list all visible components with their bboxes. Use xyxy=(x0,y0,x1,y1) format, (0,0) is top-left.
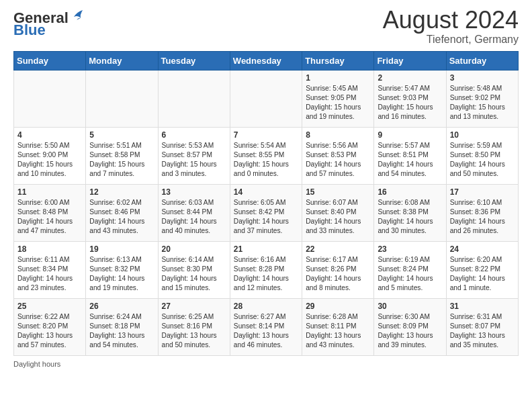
day-number: 15 xyxy=(306,187,370,197)
calendar-cell: 16Sunrise: 6:08 AM Sunset: 8:38 PM Dayli… xyxy=(374,184,446,241)
calendar-cell: 24Sunrise: 6:20 AM Sunset: 8:22 PM Dayli… xyxy=(446,241,518,298)
day-info: Sunrise: 5:45 AM Sunset: 9:05 PM Dayligh… xyxy=(306,84,370,122)
month-year-title: August 2024 xyxy=(383,7,519,34)
day-number: 11 xyxy=(17,187,82,197)
day-number: 19 xyxy=(89,244,154,254)
week-row-1: 1Sunrise: 5:45 AM Sunset: 9:05 PM Daylig… xyxy=(14,70,519,127)
calendar-cell: 1Sunrise: 5:45 AM Sunset: 9:05 PM Daylig… xyxy=(302,70,374,127)
day-number: 1 xyxy=(306,73,370,83)
day-number: 3 xyxy=(450,73,515,83)
day-info: Sunrise: 5:47 AM Sunset: 9:03 PM Dayligh… xyxy=(378,84,442,122)
calendar-cell: 19Sunrise: 6:13 AM Sunset: 8:32 PM Dayli… xyxy=(86,241,158,298)
header-day-tuesday: Tuesday xyxy=(158,51,230,70)
day-number: 16 xyxy=(378,187,442,197)
day-info: Sunrise: 6:11 AM Sunset: 8:34 PM Dayligh… xyxy=(17,255,82,293)
header-day-friday: Friday xyxy=(374,51,446,70)
day-info: Sunrise: 5:56 AM Sunset: 8:53 PM Dayligh… xyxy=(306,141,370,179)
week-row-5: 25Sunrise: 6:22 AM Sunset: 8:20 PM Dayli… xyxy=(14,298,519,355)
day-number: 24 xyxy=(450,244,515,254)
day-info: Sunrise: 5:51 AM Sunset: 8:58 PM Dayligh… xyxy=(89,141,154,179)
week-row-3: 11Sunrise: 6:00 AM Sunset: 8:48 PM Dayli… xyxy=(14,184,519,241)
week-row-4: 18Sunrise: 6:11 AM Sunset: 8:34 PM Dayli… xyxy=(14,241,519,298)
calendar-cell: 30Sunrise: 6:30 AM Sunset: 8:09 PM Dayli… xyxy=(374,298,446,355)
logo-bird-icon xyxy=(70,8,85,23)
logo: General Blue xyxy=(13,11,85,38)
day-info: Sunrise: 6:13 AM Sunset: 8:32 PM Dayligh… xyxy=(89,255,154,293)
header-day-saturday: Saturday xyxy=(446,51,518,70)
day-number: 7 xyxy=(234,130,298,140)
day-number: 2 xyxy=(378,73,442,83)
header-day-wednesday: Wednesday xyxy=(230,51,302,70)
calendar-cell: 9Sunrise: 5:57 AM Sunset: 8:51 PM Daylig… xyxy=(374,127,446,184)
calendar-cell: 4Sunrise: 5:50 AM Sunset: 9:00 PM Daylig… xyxy=(14,127,86,184)
calendar-cell: 12Sunrise: 6:02 AM Sunset: 8:46 PM Dayli… xyxy=(86,184,158,241)
day-info: Sunrise: 6:22 AM Sunset: 8:20 PM Dayligh… xyxy=(17,312,82,351)
calendar-cell: 21Sunrise: 6:16 AM Sunset: 8:28 PM Dayli… xyxy=(230,241,302,298)
calendar-header: SundayMondayTuesdayWednesdayThursdayFrid… xyxy=(14,51,519,70)
calendar-cell: 6Sunrise: 5:53 AM Sunset: 8:57 PM Daylig… xyxy=(158,127,230,184)
calendar-cell: 11Sunrise: 6:00 AM Sunset: 8:48 PM Dayli… xyxy=(14,184,86,241)
calendar-cell: 13Sunrise: 6:03 AM Sunset: 8:44 PM Dayli… xyxy=(158,184,230,241)
day-number: 26 xyxy=(89,302,154,311)
calendar-cell: 2Sunrise: 5:47 AM Sunset: 9:03 PM Daylig… xyxy=(374,70,446,127)
calendar-cell: 14Sunrise: 6:05 AM Sunset: 8:42 PM Dayli… xyxy=(230,184,302,241)
calendar-cell: 15Sunrise: 6:07 AM Sunset: 8:40 PM Dayli… xyxy=(302,184,374,241)
calendar-cell: 17Sunrise: 6:10 AM Sunset: 8:36 PM Dayli… xyxy=(446,184,518,241)
header-day-thursday: Thursday xyxy=(302,51,374,70)
day-info: Sunrise: 6:16 AM Sunset: 8:28 PM Dayligh… xyxy=(234,255,298,293)
day-info: Sunrise: 6:05 AM Sunset: 8:42 PM Dayligh… xyxy=(234,198,298,236)
calendar-cell: 18Sunrise: 6:11 AM Sunset: 8:34 PM Dayli… xyxy=(14,241,86,298)
calendar-cell: 10Sunrise: 5:59 AM Sunset: 8:50 PM Dayli… xyxy=(446,127,518,184)
day-number: 27 xyxy=(162,302,226,311)
day-number: 14 xyxy=(234,187,298,197)
day-number: 28 xyxy=(234,302,298,311)
calendar-cell xyxy=(230,70,302,127)
day-info: Sunrise: 6:19 AM Sunset: 8:24 PM Dayligh… xyxy=(378,255,442,293)
day-number: 21 xyxy=(234,244,298,254)
day-number: 4 xyxy=(17,130,82,140)
day-info: Sunrise: 6:30 AM Sunset: 8:09 PM Dayligh… xyxy=(378,312,442,351)
day-info: Sunrise: 6:17 AM Sunset: 8:26 PM Dayligh… xyxy=(306,255,370,293)
calendar-cell: 5Sunrise: 5:51 AM Sunset: 8:58 PM Daylig… xyxy=(86,127,158,184)
calendar-cell xyxy=(14,70,86,127)
day-number: 30 xyxy=(378,302,442,311)
day-number: 22 xyxy=(306,244,370,254)
day-info: Sunrise: 6:10 AM Sunset: 8:36 PM Dayligh… xyxy=(450,198,515,236)
calendar-cell: 28Sunrise: 6:27 AM Sunset: 8:14 PM Dayli… xyxy=(230,298,302,355)
day-number: 10 xyxy=(450,130,515,140)
week-row-2: 4Sunrise: 5:50 AM Sunset: 9:00 PM Daylig… xyxy=(14,127,519,184)
calendar-cell: 27Sunrise: 6:25 AM Sunset: 8:16 PM Dayli… xyxy=(158,298,230,355)
day-number: 20 xyxy=(162,244,226,254)
calendar-cell xyxy=(158,70,230,127)
title-block: August 2024 Tiefenort, Germany xyxy=(383,7,519,46)
day-number: 12 xyxy=(89,187,154,197)
day-number: 23 xyxy=(378,244,442,254)
calendar-cell: 7Sunrise: 5:54 AM Sunset: 8:55 PM Daylig… xyxy=(230,127,302,184)
day-number: 5 xyxy=(89,130,154,140)
day-info: Sunrise: 5:53 AM Sunset: 8:57 PM Dayligh… xyxy=(162,141,226,179)
calendar-cell: 3Sunrise: 5:48 AM Sunset: 9:02 PM Daylig… xyxy=(446,70,518,127)
day-number: 8 xyxy=(306,130,370,140)
calendar-body: 1Sunrise: 5:45 AM Sunset: 9:05 PM Daylig… xyxy=(14,70,519,355)
day-info: Sunrise: 5:57 AM Sunset: 8:51 PM Dayligh… xyxy=(378,141,442,179)
day-number: 9 xyxy=(378,130,442,140)
day-info: Sunrise: 5:59 AM Sunset: 8:50 PM Dayligh… xyxy=(450,141,515,179)
day-number: 31 xyxy=(450,302,515,311)
day-info: Sunrise: 6:14 AM Sunset: 8:30 PM Dayligh… xyxy=(162,255,226,293)
day-info: Sunrise: 6:28 AM Sunset: 8:11 PM Dayligh… xyxy=(306,312,370,351)
calendar-table: SundayMondayTuesdayWednesdayThursdayFrid… xyxy=(13,51,519,356)
header-row: SundayMondayTuesdayWednesdayThursdayFrid… xyxy=(14,51,519,70)
day-number: 18 xyxy=(17,244,82,254)
day-info: Sunrise: 5:48 AM Sunset: 9:02 PM Dayligh… xyxy=(450,84,515,122)
calendar-cell: 23Sunrise: 6:19 AM Sunset: 8:24 PM Dayli… xyxy=(374,241,446,298)
day-number: 6 xyxy=(162,130,226,140)
calendar-cell: 8Sunrise: 5:56 AM Sunset: 8:53 PM Daylig… xyxy=(302,127,374,184)
day-info: Sunrise: 6:24 AM Sunset: 8:18 PM Dayligh… xyxy=(89,312,154,351)
calendar-cell: 31Sunrise: 6:31 AM Sunset: 8:07 PM Dayli… xyxy=(446,298,518,355)
day-info: Sunrise: 6:25 AM Sunset: 8:16 PM Dayligh… xyxy=(162,312,226,351)
day-number: 25 xyxy=(17,302,82,311)
header-day-sunday: Sunday xyxy=(14,51,86,70)
day-info: Sunrise: 6:00 AM Sunset: 8:48 PM Dayligh… xyxy=(17,198,82,236)
footer-note: Daylight hours xyxy=(13,360,519,368)
calendar-cell: 26Sunrise: 6:24 AM Sunset: 8:18 PM Dayli… xyxy=(86,298,158,355)
